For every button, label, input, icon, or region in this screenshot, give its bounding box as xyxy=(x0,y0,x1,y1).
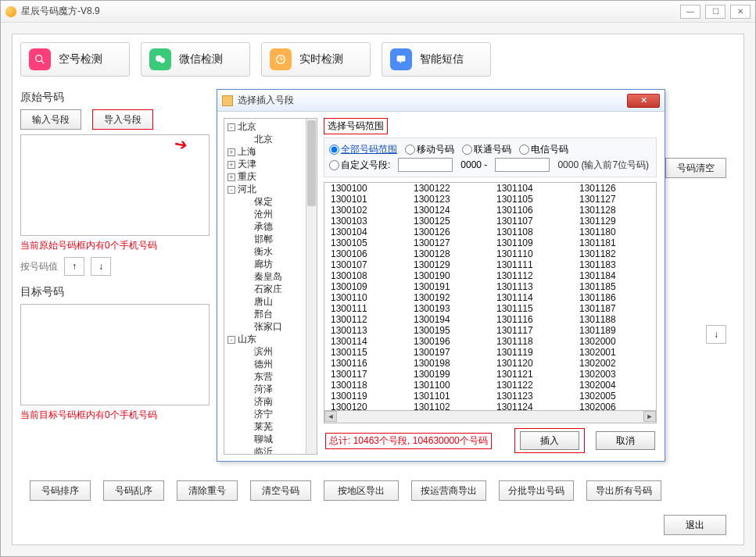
number-cell[interactable]: 1300112 xyxy=(324,314,407,325)
number-cell[interactable]: 1301114 xyxy=(490,292,573,303)
minimize-button[interactable]: — xyxy=(680,5,700,19)
tree-leaf[interactable]: 邯郸 xyxy=(228,233,314,245)
number-cell[interactable]: 1300195 xyxy=(407,325,490,336)
number-cell[interactable]: 1301113 xyxy=(490,281,573,292)
number-cell[interactable]: 1302002 xyxy=(573,358,656,369)
tree-leaf[interactable]: 滨州 xyxy=(228,345,314,358)
radio-telecom[interactable]: 电信号码 xyxy=(519,143,568,156)
number-cell[interactable]: 1300192 xyxy=(407,292,490,303)
tree-leaf[interactable]: 济南 xyxy=(228,395,314,408)
exit-button[interactable]: 退出 xyxy=(664,515,726,535)
tab-realtime-detect[interactable]: 实时检测 xyxy=(261,42,371,77)
target-listbox[interactable] xyxy=(20,304,210,405)
number-cell[interactable]: 1302000 xyxy=(573,336,656,347)
number-cell[interactable]: 1301118 xyxy=(490,336,573,347)
radio-unicom[interactable]: 联通号码 xyxy=(462,143,511,156)
number-cell[interactable]: 1300101 xyxy=(324,194,407,205)
close-button[interactable]: ✕ xyxy=(730,5,751,19)
number-cell[interactable]: 1301128 xyxy=(573,205,656,216)
dialog-close-button[interactable]: ✕ xyxy=(627,94,660,108)
number-cell[interactable]: 1300100 xyxy=(324,183,407,194)
number-table[interactable]: 1300100130012213011041301126130010113001… xyxy=(324,182,657,411)
number-cell[interactable]: 1300109 xyxy=(324,281,407,292)
maximize-button[interactable]: ☐ xyxy=(705,5,726,19)
btn-sort[interactable]: 号码排序 xyxy=(30,480,91,501)
province-tree[interactable]: -北京北京+上海+天津+重庆-河北保定沧州承德邯郸衡水廊坊秦皇岛石家庄唐山邢台张… xyxy=(224,118,317,455)
sort-desc-button[interactable]: ↓ xyxy=(91,257,111,276)
number-cell[interactable]: 1301107 xyxy=(490,216,573,227)
number-cell[interactable]: 1301106 xyxy=(490,205,573,216)
tree-leaf[interactable]: 聊城 xyxy=(228,433,314,445)
number-cell[interactable]: 1301102 xyxy=(407,402,490,411)
number-cell[interactable]: 1300105 xyxy=(324,237,407,248)
number-cell[interactable]: 1300196 xyxy=(407,336,490,347)
number-cell[interactable]: 1301187 xyxy=(573,303,656,314)
number-cell[interactable]: 1300117 xyxy=(324,369,407,380)
number-cell[interactable]: 1301184 xyxy=(573,270,656,281)
tree-node[interactable]: +上海 xyxy=(228,145,314,158)
tree-node[interactable]: -北京 xyxy=(228,120,314,133)
number-cell[interactable]: 1300191 xyxy=(407,281,490,292)
number-cell[interactable]: 1301123 xyxy=(490,391,573,402)
clear-numbers-button[interactable]: 号码清空 xyxy=(665,158,726,178)
number-cell[interactable]: 1300104 xyxy=(324,227,407,237)
tree-leaf[interactable]: 承德 xyxy=(228,220,314,233)
number-cell[interactable]: 1301124 xyxy=(490,402,573,411)
number-cell[interactable]: 1302001 xyxy=(573,347,656,358)
number-cell[interactable]: 1301116 xyxy=(490,314,573,325)
tree-leaf[interactable]: 北京 xyxy=(228,133,314,145)
number-cell[interactable]: 1300127 xyxy=(407,237,490,248)
number-cell[interactable]: 1300198 xyxy=(407,358,490,369)
number-cell[interactable]: 1300114 xyxy=(324,336,407,347)
sort-asc-button[interactable]: ↑ xyxy=(64,257,84,276)
number-cell[interactable]: 1300115 xyxy=(324,347,407,358)
number-cell[interactable]: 1301101 xyxy=(407,391,490,402)
sort-desc-right-button[interactable]: ↓ xyxy=(706,325,726,344)
scroll-right-icon[interactable]: ► xyxy=(643,411,656,422)
number-cell[interactable]: 1301100 xyxy=(407,380,490,391)
number-cell[interactable]: 1301120 xyxy=(490,358,573,369)
input-segment-button[interactable]: 输入号段 xyxy=(20,109,81,130)
number-cell[interactable]: 1300193 xyxy=(407,303,490,314)
tree-scrollbar[interactable] xyxy=(306,119,317,454)
number-cell[interactable]: 1301108 xyxy=(490,227,573,237)
number-cell[interactable]: 1301182 xyxy=(573,248,656,259)
scroll-left-icon[interactable]: ◄ xyxy=(324,411,337,422)
tree-leaf[interactable]: 石家庄 xyxy=(228,283,314,295)
number-cell[interactable]: 1301181 xyxy=(573,237,656,248)
number-cell[interactable]: 1301185 xyxy=(573,281,656,292)
tree-leaf[interactable]: 济宁 xyxy=(228,408,314,420)
number-cell[interactable]: 1300126 xyxy=(407,227,490,237)
number-cell[interactable]: 1301112 xyxy=(490,270,573,281)
number-cell[interactable]: 1300125 xyxy=(407,216,490,227)
number-cell[interactable]: 1301105 xyxy=(490,194,573,205)
number-cell[interactable]: 1300194 xyxy=(407,314,490,325)
number-cell[interactable]: 1300129 xyxy=(407,259,490,270)
number-cell[interactable]: 1300128 xyxy=(407,248,490,259)
number-cell[interactable]: 1301109 xyxy=(490,237,573,248)
number-cell[interactable]: 1301183 xyxy=(573,259,656,270)
btn-shuffle[interactable]: 号码乱序 xyxy=(103,480,164,501)
number-cell[interactable]: 1301180 xyxy=(573,227,656,237)
custom-from-input[interactable] xyxy=(398,158,453,172)
btn-export-all[interactable]: 导出所有号码 xyxy=(586,480,661,501)
number-cell[interactable]: 1300124 xyxy=(407,205,490,216)
tree-leaf[interactable]: 廊坊 xyxy=(228,258,314,270)
tree-leaf[interactable]: 临沂 xyxy=(228,445,314,455)
tree-leaf[interactable]: 德州 xyxy=(228,358,314,370)
tab-wechat-detect[interactable]: 微信检测 xyxy=(141,42,250,77)
number-cell[interactable]: 1300103 xyxy=(324,216,407,227)
number-cell[interactable]: 1300119 xyxy=(324,391,407,402)
number-cell[interactable]: 1300113 xyxy=(324,325,407,336)
tree-leaf[interactable]: 唐山 xyxy=(228,295,314,308)
number-cell[interactable]: 1301126 xyxy=(573,183,656,194)
cancel-button[interactable]: 取消 xyxy=(596,431,655,450)
number-cell[interactable]: 1300122 xyxy=(407,183,490,194)
number-cell[interactable]: 1301111 xyxy=(490,259,573,270)
number-cell[interactable]: 1301122 xyxy=(490,380,573,391)
tree-leaf[interactable]: 保定 xyxy=(228,195,314,208)
number-cell[interactable]: 1300199 xyxy=(407,369,490,380)
number-cell[interactable]: 1300123 xyxy=(407,194,490,205)
btn-export-carrier[interactable]: 按运营商导出 xyxy=(411,480,486,501)
tree-node[interactable]: +天津 xyxy=(228,158,314,170)
